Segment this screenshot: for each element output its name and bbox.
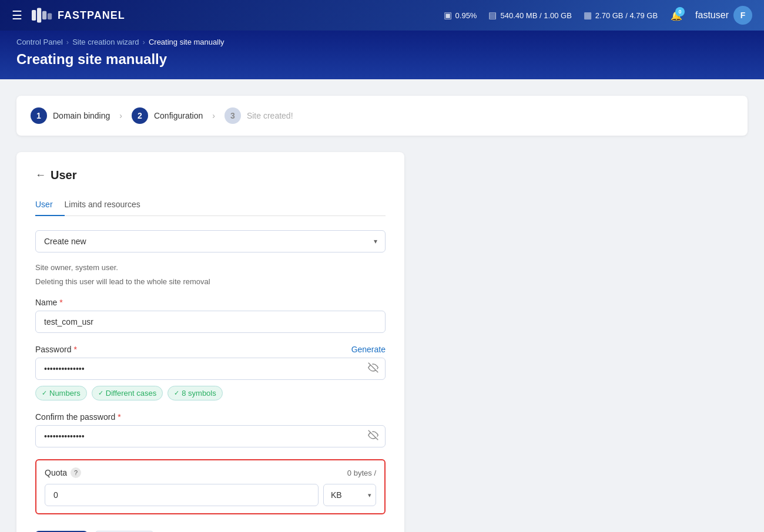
step-1: 1 Domain binding [31,107,110,124]
password-input-wrapper [35,358,386,380]
step-3: 3 Site created! [224,107,293,124]
step-2: 2 Configuration [132,107,203,124]
navbar: ☰ FASTPANEL ▣ 0.95% ▤ 540.40 MB / 1.00 G… [0,0,764,31]
quota-number-input[interactable] [45,484,319,506]
badge-numbers-label: Numbers [49,389,81,398]
badge-symbols-label: 8 symbols [182,389,216,398]
user-dropdown[interactable]: Create new ▾ [35,230,386,252]
name-field-group: Name * [35,298,386,333]
badge-cases-label: Different cases [106,389,156,398]
name-label: Name * [35,298,386,307]
section-back-title: ← User [35,169,386,182]
password-header: Password * Generate [35,345,386,354]
menu-icon[interactable]: ☰ [12,8,22,22]
section-title: User [51,169,76,182]
notifications-button[interactable]: 🔔 0 [667,6,686,25]
notification-badge: 0 [675,7,685,16]
ram-stat: ▤ 540.40 MB / 1.00 GB [488,10,571,21]
confirm-password-toggle-icon[interactable] [368,430,378,443]
cpu-value: 0.95% [455,11,477,20]
password-badges: ✓ Numbers ✓ Different cases ✓ 8 symbols [35,386,386,400]
breadcrumb-control-panel[interactable]: Control Panel [16,38,63,46]
breadcrumb-site-creation-wizard[interactable]: Site creation wizard [72,38,139,46]
password-field-group: Password * Generate [35,345,386,400]
quota-label: Quota [45,468,67,477]
page-title: Creating site manually [16,51,748,68]
main-content: 1 Domain binding › 2 Configuration › 3 S… [0,79,764,532]
step-1-circle: 1 [31,107,47,124]
name-required-star: * [59,298,62,307]
quota-value-display: 0 bytes / [347,469,376,477]
ram-icon: ▤ [488,10,497,21]
hint-line2: Deleting this user will lead to the whol… [35,276,386,288]
badge-cases: ✓ Different cases [92,386,163,400]
quota-section: Quota ? 0 bytes / KB MB GB TB ▾ [35,459,386,514]
page-header: Control Panel › Site creation wizard › C… [0,31,764,79]
disk-icon: ▦ [584,10,592,21]
password-label: Password * [35,345,77,354]
cpu-icon: ▣ [444,10,452,21]
confirm-required-star: * [118,412,120,422]
quota-label-row: Quota ? [45,467,81,478]
step-arrow-2: › [212,111,215,120]
confirm-password-group: Confirm the password * [35,412,386,447]
wizard-steps: 1 Domain binding › 2 Configuration › 3 S… [16,96,748,136]
logo-text: FASTPANEL [58,9,125,22]
arrow-area: ← User User Limits and resources Create … [16,152,748,532]
user-menu[interactable]: fastuser F [695,6,752,25]
password-toggle-icon[interactable] [368,362,378,375]
avatar: F [733,6,752,25]
check-icon-symbols: ✓ [174,389,179,397]
quota-unit-select[interactable]: KB MB GB TB [323,484,376,506]
step-2-label: Configuration [154,111,203,120]
svg-rect-2 [42,11,46,19]
step-1-label: Domain binding [53,111,110,120]
username-label: fastuser [695,10,729,21]
check-icon-numbers: ✓ [42,389,47,397]
disk-value: 2.70 GB / 4.79 GB [595,11,658,20]
quota-input-row: KB MB GB TB ▾ [45,484,376,506]
disk-stat: ▦ 2.70 GB / 4.79 GB [584,10,658,21]
breadcrumb-sep-2: › [143,38,145,46]
dropdown-value: Create new [44,237,86,246]
logo: FASTPANEL [32,7,125,23]
stats-area: ▣ 0.95% ▤ 540.40 MB / 1.00 GB ▦ 2.70 GB … [444,10,658,21]
step-2-circle: 2 [132,107,148,124]
breadcrumb-current: Creating site manually [149,38,224,46]
quota-unit-wrapper: KB MB GB TB ▾ [323,484,376,506]
badge-numbers: ✓ Numbers [35,386,87,400]
step-3-label: Site created! [247,111,293,120]
confirm-password-input[interactable] [35,425,386,447]
svg-rect-0 [32,10,36,21]
svg-rect-3 [48,13,52,19]
name-input[interactable] [35,311,386,333]
badge-symbols: ✓ 8 symbols [167,386,223,400]
svg-rect-1 [37,8,41,22]
check-icon-cases: ✓ [98,389,103,397]
hint-line1: Site owner, system user. [35,262,386,274]
back-arrow-icon[interactable]: ← [35,169,46,181]
form-section: ← User User Limits and resources Create … [16,152,404,532]
quota-header: Quota ? 0 bytes / [45,467,376,478]
confirm-password-label: Confirm the password * [35,412,386,422]
generate-link[interactable]: Generate [351,345,386,354]
step-3-circle: 3 [224,107,241,124]
breadcrumb: Control Panel › Site creation wizard › C… [16,38,748,46]
password-required-star: * [73,345,76,354]
tabs: User Limits and resources [35,194,386,216]
tab-user[interactable]: User [35,194,65,216]
password-input[interactable] [35,358,386,380]
tab-limits[interactable]: Limits and resources [65,194,152,216]
dropdown-select-display[interactable]: Create new [35,230,386,252]
confirm-password-input-wrapper [35,425,386,447]
step-arrow-1: › [119,111,122,120]
quota-help-icon[interactable]: ? [71,467,81,478]
breadcrumb-sep-1: › [66,38,69,46]
ram-value: 540.40 MB / 1.00 GB [500,11,571,20]
cpu-stat: ▣ 0.95% [444,10,477,21]
